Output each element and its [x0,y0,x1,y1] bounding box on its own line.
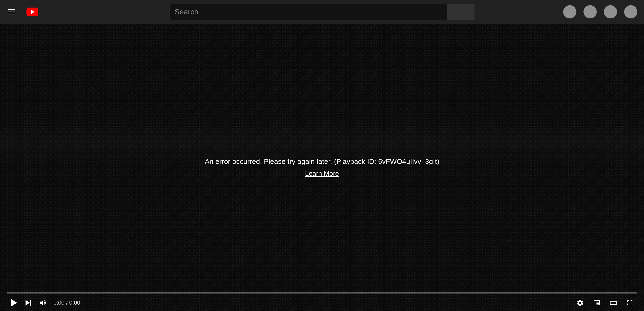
hamburger-icon [8,9,15,14]
learn-more-link[interactable]: Learn More [305,170,339,177]
svg-rect-2 [610,301,616,305]
volume-button[interactable] [36,296,50,310]
fullscreen-button[interactable] [623,296,637,310]
header-action-2[interactable] [584,5,597,18]
site-header [0,0,644,24]
theater-button[interactable] [606,296,620,310]
play-button[interactable] [7,296,21,310]
play-icon [11,299,17,306]
volume-icon [38,299,47,307]
settings-button[interactable] [573,296,587,310]
video-player[interactable]: An error occurred. Please try again late… [0,24,644,311]
gear-icon [576,299,584,307]
menu-button[interactable] [6,7,16,17]
search-button[interactable] [447,4,474,20]
fullscreen-icon [626,299,634,307]
time-display: 0:00 / 0:00 [54,300,80,306]
miniplayer-icon [593,299,601,307]
search-input[interactable] [170,4,447,20]
controls-row: 0:00 / 0:00 [5,295,639,311]
next-button[interactable] [21,296,36,310]
miniplayer-button[interactable] [590,296,604,310]
header-action-3[interactable] [604,5,617,18]
youtube-logo[interactable] [26,7,38,16]
error-panel: An error occurred. Please try again late… [205,158,439,177]
play-icon [31,10,34,14]
player-controls: 0:00 / 0:00 [0,292,644,311]
next-icon [26,300,31,306]
error-text: An error occurred. Please try again late… [205,158,439,166]
controls-right [573,296,637,310]
theater-icon [609,299,618,307]
search-container [170,4,474,20]
progress-bar[interactable] [7,292,637,294]
header-action-4[interactable] [624,5,638,18]
svg-rect-1 [596,303,599,305]
youtube-logo-icon [26,7,38,16]
header-actions [563,5,638,18]
header-action-1[interactable] [563,5,576,18]
